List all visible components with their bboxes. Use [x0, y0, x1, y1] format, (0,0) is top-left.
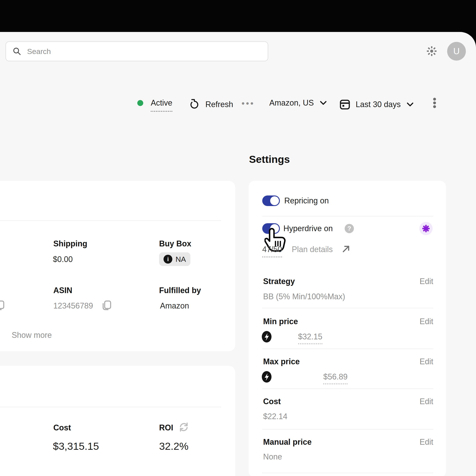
cost-value: $22.14	[263, 412, 287, 421]
shipping-label: Shipping	[53, 240, 87, 248]
max-price-value[interactable]: $56.89	[323, 373, 348, 381]
copy-sku-button[interactable]	[0, 300, 5, 312]
more-options-button[interactable]: •••	[241, 99, 255, 108]
copy-asin-button[interactable]	[101, 300, 112, 312]
ellipsis-icon: •••	[241, 99, 255, 108]
roi-stat-label: ROI	[159, 424, 173, 432]
status-label[interactable]: Active	[151, 99, 172, 107]
hyperdrive-label: Hyperdrive on	[283, 224, 333, 233]
repricing-label: Repricing on	[284, 197, 329, 205]
help-icon[interactable]: ?	[345, 224, 354, 233]
divider	[0, 407, 221, 407]
divider	[262, 429, 433, 429]
asterisk-icon	[422, 224, 430, 233]
buybox-value: NA	[175, 255, 186, 263]
date-range-select[interactable]: Last 30 days	[339, 99, 414, 110]
divider	[262, 389, 433, 389]
listing-status[interactable]: Active	[137, 99, 172, 107]
plan-details-link[interactable]: Plan details	[292, 245, 333, 254]
cost-label: Cost	[263, 398, 281, 406]
manual-price-value: None	[263, 453, 282, 461]
search-input[interactable]	[27, 47, 262, 56]
status-dot-icon	[137, 100, 143, 106]
kebab-icon	[433, 98, 436, 108]
strategy-edit-button[interactable]: Edit	[420, 277, 433, 285]
chevron-down-icon	[406, 101, 414, 108]
max-price-edit-button[interactable]: Edit	[420, 358, 433, 366]
sun-icon	[426, 45, 437, 57]
avatar[interactable]: U	[447, 42, 466, 61]
divider	[262, 473, 433, 473]
refresh-icon	[189, 99, 200, 110]
divider	[262, 349, 433, 349]
product-details-card: Shipping $0.00 Buy Box i NA ASIN 1234567…	[0, 181, 235, 351]
min-price-value[interactable]: $32.15	[298, 333, 323, 341]
fulfilled-by-label: Fulfilled by	[159, 287, 201, 294]
date-range-label: Last 30 days	[356, 101, 401, 108]
cost-stat-label: Cost	[53, 424, 71, 432]
shipping-value: $0.00	[53, 255, 73, 263]
buybox-status-badge: i NA	[159, 252, 190, 266]
manual-price-edit-button[interactable]: Edit	[420, 438, 433, 446]
refresh-label: Refresh	[205, 101, 233, 108]
asin-label: ASIN	[53, 287, 72, 294]
divider	[0, 220, 221, 221]
divider	[262, 308, 433, 308]
asin-value: 123456789	[53, 302, 93, 310]
strategy-value: BB (5% Min/100%Max)	[263, 293, 345, 301]
external-arrow-icon[interactable]	[341, 244, 351, 255]
min-price-label: Min price	[263, 318, 298, 325]
search-bar[interactable]	[5, 41, 268, 61]
buybox-label: Buy Box	[159, 240, 191, 248]
roi-stat-value: 32.2%	[159, 441, 188, 451]
marketplace-select[interactable]: Amazon, US	[269, 99, 327, 107]
hyperdrive-badge	[419, 222, 433, 235]
refresh-button[interactable]: Refresh	[189, 99, 233, 110]
fulfilled-by-value: Amazon	[160, 302, 189, 310]
settings-title: Settings	[249, 154, 290, 164]
min-price-edit-button[interactable]: Edit	[420, 318, 433, 325]
cost-stat-value: $3,315.15	[53, 441, 99, 451]
app-screen: U Active Refresh ••• Amazon, US	[0, 0, 476, 476]
theme-toggle-button[interactable]	[426, 45, 437, 57]
search-icon	[12, 47, 22, 56]
repricing-toggle[interactable]	[262, 195, 280, 206]
kebab-menu-button[interactable]	[433, 98, 436, 108]
marketplace-label: Amazon, US	[269, 99, 314, 107]
bolt-icon	[261, 371, 272, 384]
avatar-initial: U	[453, 46, 460, 56]
show-more-link[interactable]: Show more	[12, 331, 52, 339]
chevron-down-icon	[319, 100, 327, 106]
info-icon: i	[164, 255, 172, 264]
divider	[262, 216, 433, 216]
cost-edit-button[interactable]: Edit	[420, 398, 433, 406]
bolt-icon	[261, 331, 272, 343]
usage-counter[interactable]: 47/50	[262, 245, 282, 254]
settings-card: Repricing on Hyperdrive on ?	[249, 181, 446, 476]
strategy-label: Strategy	[263, 277, 295, 285]
roi-sync-icon	[178, 421, 190, 434]
calendar-icon	[339, 99, 350, 110]
max-price-label: Max price	[263, 358, 300, 366]
toggle-knob	[270, 196, 279, 205]
stats-card: Cost $3,315.15 ROI 32.2%	[0, 366, 235, 476]
manual-price-label: Manual price	[263, 438, 312, 446]
